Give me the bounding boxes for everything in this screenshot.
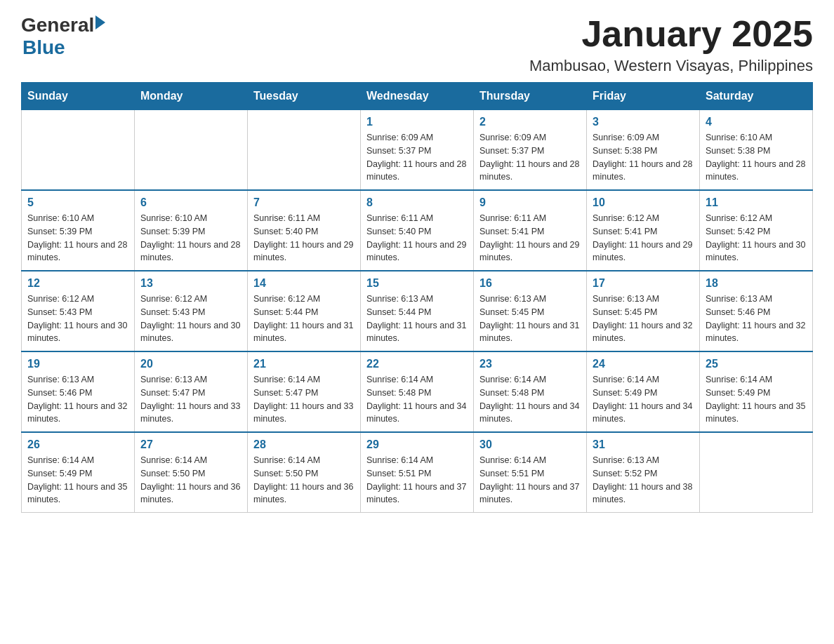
day-info: Sunrise: 6:13 AMSunset: 5:47 PMDaylight:…	[140, 373, 241, 426]
day-info: Sunrise: 6:11 AMSunset: 5:40 PMDaylight:…	[366, 212, 468, 264]
logo-blue-text: Blue	[22, 36, 65, 59]
day-number: 14	[253, 277, 355, 290]
calendar-week-row: 19Sunrise: 6:13 AMSunset: 5:46 PMDayligh…	[22, 351, 813, 432]
day-number: 27	[140, 438, 241, 451]
day-info: Sunrise: 6:14 AMSunset: 5:49 PMDaylight:…	[593, 373, 694, 426]
calendar-day-cell: 1Sunrise: 6:09 AMSunset: 5:37 PMDaylight…	[361, 110, 474, 191]
day-info: Sunrise: 6:13 AMSunset: 5:45 PMDaylight:…	[593, 293, 694, 345]
calendar-day-cell: 19Sunrise: 6:13 AMSunset: 5:46 PMDayligh…	[22, 351, 135, 432]
calendar-day-cell: 18Sunrise: 6:13 AMSunset: 5:46 PMDayligh…	[700, 271, 813, 351]
title-block: January 2025 Mambusao, Western Visayas, …	[529, 14, 813, 75]
calendar-day-cell: 11Sunrise: 6:12 AMSunset: 5:42 PMDayligh…	[700, 190, 813, 271]
day-number: 8	[366, 196, 468, 209]
calendar-day-cell: 25Sunrise: 6:14 AMSunset: 5:49 PMDayligh…	[700, 351, 813, 432]
day-number: 2	[479, 116, 581, 128]
day-number: 11	[706, 196, 807, 209]
calendar-day-cell: 22Sunrise: 6:14 AMSunset: 5:48 PMDayligh…	[361, 351, 474, 432]
calendar-day-cell: 24Sunrise: 6:14 AMSunset: 5:49 PMDayligh…	[587, 351, 700, 432]
day-info: Sunrise: 6:09 AMSunset: 5:37 PMDaylight:…	[366, 131, 468, 184]
calendar-day-cell: 13Sunrise: 6:12 AMSunset: 5:43 PMDayligh…	[135, 271, 248, 351]
day-info: Sunrise: 6:13 AMSunset: 5:45 PMDaylight:…	[479, 293, 581, 345]
day-number: 23	[479, 358, 581, 370]
day-info: Sunrise: 6:12 AMSunset: 5:42 PMDaylight:…	[706, 212, 807, 264]
day-info: Sunrise: 6:10 AMSunset: 5:39 PMDaylight:…	[140, 212, 241, 264]
day-info: Sunrise: 6:13 AMSunset: 5:52 PMDaylight:…	[593, 454, 694, 507]
day-info: Sunrise: 6:14 AMSunset: 5:51 PMDaylight:…	[366, 454, 468, 507]
calendar-day-cell: 30Sunrise: 6:14 AMSunset: 5:51 PMDayligh…	[474, 432, 587, 513]
calendar-week-row: 12Sunrise: 6:12 AMSunset: 5:43 PMDayligh…	[22, 271, 813, 351]
day-info: Sunrise: 6:09 AMSunset: 5:37 PMDaylight:…	[479, 131, 581, 184]
location-title: Mambusao, Western Visayas, Philippines	[529, 57, 813, 75]
month-title: January 2025	[529, 14, 813, 54]
calendar-day-cell: 6Sunrise: 6:10 AMSunset: 5:39 PMDaylight…	[135, 190, 248, 271]
day-number: 13	[140, 277, 241, 290]
calendar-day-cell: 23Sunrise: 6:14 AMSunset: 5:48 PMDayligh…	[474, 351, 587, 432]
calendar-header-tuesday: Tuesday	[248, 83, 361, 110]
day-number: 30	[479, 438, 581, 451]
day-info: Sunrise: 6:14 AMSunset: 5:48 PMDaylight:…	[366, 373, 468, 426]
calendar-day-cell: 21Sunrise: 6:14 AMSunset: 5:47 PMDayligh…	[248, 351, 361, 432]
day-number: 28	[253, 438, 355, 451]
day-info: Sunrise: 6:10 AMSunset: 5:38 PMDaylight:…	[706, 131, 807, 184]
day-info: Sunrise: 6:12 AMSunset: 5:43 PMDaylight:…	[27, 293, 128, 345]
day-number: 15	[366, 277, 468, 290]
calendar-day-cell: 5Sunrise: 6:10 AMSunset: 5:39 PMDaylight…	[22, 190, 135, 271]
day-info: Sunrise: 6:14 AMSunset: 5:49 PMDaylight:…	[706, 373, 807, 426]
calendar-day-cell	[22, 110, 135, 191]
calendar-day-cell: 28Sunrise: 6:14 AMSunset: 5:50 PMDayligh…	[248, 432, 361, 513]
day-info: Sunrise: 6:14 AMSunset: 5:51 PMDaylight:…	[479, 454, 581, 507]
calendar-header-sunday: Sunday	[22, 83, 135, 110]
day-number: 26	[27, 438, 128, 451]
day-info: Sunrise: 6:12 AMSunset: 5:44 PMDaylight:…	[253, 293, 355, 345]
calendar-day-cell: 20Sunrise: 6:13 AMSunset: 5:47 PMDayligh…	[135, 351, 248, 432]
calendar-day-cell	[135, 110, 248, 191]
calendar-day-cell: 9Sunrise: 6:11 AMSunset: 5:41 PMDaylight…	[474, 190, 587, 271]
day-info: Sunrise: 6:11 AMSunset: 5:41 PMDaylight:…	[479, 212, 581, 264]
day-number: 21	[253, 358, 355, 370]
calendar-header-saturday: Saturday	[700, 83, 813, 110]
day-info: Sunrise: 6:14 AMSunset: 5:48 PMDaylight:…	[479, 373, 581, 426]
day-number: 19	[27, 358, 128, 370]
calendar-week-row: 26Sunrise: 6:14 AMSunset: 5:49 PMDayligh…	[22, 432, 813, 513]
calendar-day-cell: 12Sunrise: 6:12 AMSunset: 5:43 PMDayligh…	[22, 271, 135, 351]
day-info: Sunrise: 6:13 AMSunset: 5:46 PMDaylight:…	[706, 293, 807, 345]
calendar-day-cell: 4Sunrise: 6:10 AMSunset: 5:38 PMDaylight…	[700, 110, 813, 191]
day-info: Sunrise: 6:14 AMSunset: 5:47 PMDaylight:…	[253, 373, 355, 426]
day-info: Sunrise: 6:10 AMSunset: 5:39 PMDaylight:…	[27, 212, 128, 264]
calendar-header-thursday: Thursday	[474, 83, 587, 110]
day-info: Sunrise: 6:13 AMSunset: 5:44 PMDaylight:…	[366, 293, 468, 345]
day-number: 22	[366, 358, 468, 370]
logo-arrow-icon	[95, 15, 105, 29]
calendar-day-cell: 26Sunrise: 6:14 AMSunset: 5:49 PMDayligh…	[22, 432, 135, 513]
calendar-day-cell: 10Sunrise: 6:12 AMSunset: 5:41 PMDayligh…	[587, 190, 700, 271]
day-number: 9	[479, 196, 581, 209]
day-info: Sunrise: 6:12 AMSunset: 5:41 PMDaylight:…	[593, 212, 694, 264]
calendar-day-cell: 31Sunrise: 6:13 AMSunset: 5:52 PMDayligh…	[587, 432, 700, 513]
calendar-header-row: SundayMondayTuesdayWednesdayThursdayFrid…	[22, 83, 813, 110]
calendar-day-cell: 3Sunrise: 6:09 AMSunset: 5:38 PMDaylight…	[587, 110, 700, 191]
day-number: 18	[706, 277, 807, 290]
calendar-day-cell: 8Sunrise: 6:11 AMSunset: 5:40 PMDaylight…	[361, 190, 474, 271]
calendar-day-cell	[700, 432, 813, 513]
calendar-day-cell: 16Sunrise: 6:13 AMSunset: 5:45 PMDayligh…	[474, 271, 587, 351]
day-info: Sunrise: 6:14 AMSunset: 5:50 PMDaylight:…	[253, 454, 355, 507]
calendar-day-cell: 15Sunrise: 6:13 AMSunset: 5:44 PMDayligh…	[361, 271, 474, 351]
logo: General Blue	[21, 14, 105, 59]
page-header: General Blue January 2025 Mambusao, West…	[21, 14, 813, 75]
calendar-day-cell: 29Sunrise: 6:14 AMSunset: 5:51 PMDayligh…	[361, 432, 474, 513]
day-number: 20	[140, 358, 241, 370]
day-info: Sunrise: 6:11 AMSunset: 5:40 PMDaylight:…	[253, 212, 355, 264]
calendar-day-cell: 17Sunrise: 6:13 AMSunset: 5:45 PMDayligh…	[587, 271, 700, 351]
day-number: 17	[593, 277, 694, 290]
day-number: 6	[140, 196, 241, 209]
calendar-day-cell: 7Sunrise: 6:11 AMSunset: 5:40 PMDaylight…	[248, 190, 361, 271]
calendar-week-row: 1Sunrise: 6:09 AMSunset: 5:37 PMDaylight…	[22, 110, 813, 191]
calendar-day-cell: 2Sunrise: 6:09 AMSunset: 5:37 PMDaylight…	[474, 110, 587, 191]
day-number: 10	[593, 196, 694, 209]
day-info: Sunrise: 6:14 AMSunset: 5:49 PMDaylight:…	[27, 454, 128, 507]
day-number: 29	[366, 438, 468, 451]
day-number: 25	[706, 358, 807, 370]
day-number: 24	[593, 358, 694, 370]
day-number: 1	[366, 116, 468, 128]
calendar-day-cell	[248, 110, 361, 191]
